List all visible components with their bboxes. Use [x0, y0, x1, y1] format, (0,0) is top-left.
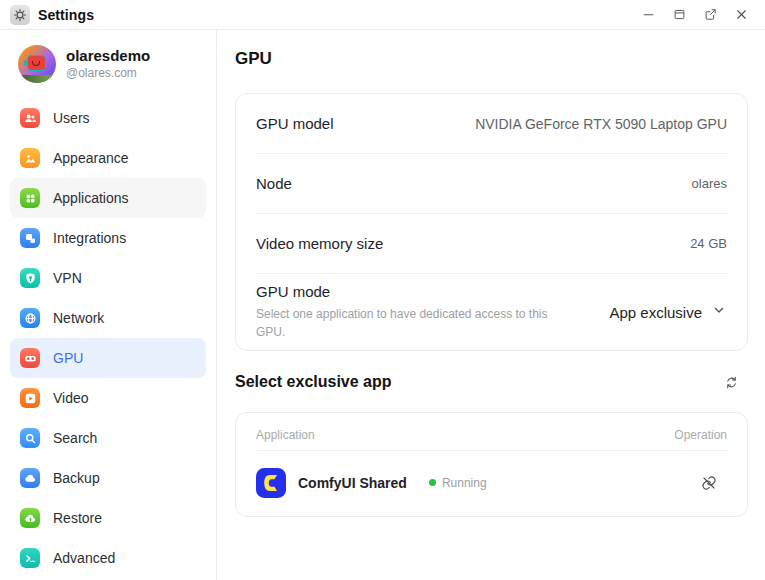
sidebar-item-label: VPN — [53, 270, 82, 286]
sidebar-item-network[interactable]: Network — [10, 298, 206, 338]
gpu-model-label: GPU model — [256, 115, 334, 132]
gpu-mode-selected-value: App exclusive — [609, 304, 702, 321]
status-badge: Running — [429, 476, 487, 490]
comfyui-app-icon — [256, 468, 286, 498]
search-section-icon — [20, 428, 40, 448]
close-button[interactable] — [729, 3, 753, 27]
sidebar-item-backup[interactable]: Backup — [10, 458, 206, 498]
table-header: Application Operation — [236, 413, 747, 450]
advanced-terminal-icon — [20, 548, 40, 568]
sidebar-item-label: Applications — [53, 190, 129, 206]
sidebar-item-applications[interactable]: Applications — [10, 178, 206, 218]
profile-name: olaresdemo — [66, 47, 150, 66]
integrations-icon — [20, 228, 40, 248]
sidebar: olaresdemo @olares.com Users Appearance … — [0, 30, 217, 580]
sidebar-item-vpn[interactable]: VPN — [10, 258, 206, 298]
network-icon — [20, 308, 40, 328]
applications-icon — [20, 188, 40, 208]
minimize-button[interactable] — [636, 3, 660, 27]
user-avatar — [18, 45, 56, 83]
profile-card[interactable]: olaresdemo @olares.com — [10, 44, 206, 84]
open-in-new-button[interactable] — [698, 3, 722, 27]
sidebar-item-advanced[interactable]: Advanced — [10, 538, 206, 578]
gpu-mode-description: Select one application to have dedicated… — [256, 305, 558, 341]
exclusive-app-table: Application Operation ComfyUI Shared Run… — [235, 412, 748, 517]
video-icon — [20, 388, 40, 408]
sidebar-item-label: Video — [53, 390, 89, 406]
operation-column-header: Operation — [674, 428, 727, 442]
sidebar-item-label: Restore — [53, 510, 102, 526]
sidebar-item-gpu[interactable]: GPU — [10, 338, 206, 378]
gpu-mode-select[interactable]: App exclusive — [609, 302, 727, 322]
refresh-button[interactable] — [718, 369, 744, 395]
unbind-button[interactable] — [697, 471, 721, 495]
sidebar-item-label: Search — [53, 430, 97, 446]
sidebar-item-label: Network — [53, 310, 104, 326]
profile-handle: @olares.com — [66, 66, 150, 81]
settings-gear-icon — [10, 5, 30, 25]
sidebar-item-search[interactable]: Search — [10, 418, 206, 458]
gpu-mode-label: GPU mode — [256, 283, 558, 300]
sidebar-item-appearance[interactable]: Appearance — [10, 138, 206, 178]
gpu-icon — [20, 348, 40, 368]
titlebar: Settings — [0, 0, 765, 30]
node-row: Node olares — [236, 154, 747, 213]
restore-icon — [20, 508, 40, 528]
window-title: Settings — [38, 7, 94, 23]
node-label: Node — [256, 175, 292, 192]
video-memory-label: Video memory size — [256, 235, 383, 252]
gpu-model-value: NVIDIA GeForce RTX 5090 Laptop GPU — [475, 116, 727, 132]
settings-window: Settings olaresdemo @olares.com — [0, 0, 765, 580]
video-memory-row: Video memory size 24 GB — [236, 214, 747, 273]
sidebar-item-label: Backup — [53, 470, 100, 486]
running-dot-icon — [429, 479, 436, 486]
sidebar-item-label: Integrations — [53, 230, 126, 246]
backup-icon — [20, 468, 40, 488]
maximize-button[interactable] — [667, 3, 691, 27]
video-memory-value: 24 GB — [690, 236, 727, 251]
appearance-icon — [20, 148, 40, 168]
page-title: GPU — [235, 47, 748, 71]
sidebar-item-label: GPU — [53, 350, 83, 366]
node-value: olares — [692, 176, 727, 191]
users-icon — [20, 108, 40, 128]
table-row: ComfyUI Shared Running — [236, 451, 747, 514]
sidebar-item-restore[interactable]: Restore — [10, 498, 206, 538]
sidebar-item-users[interactable]: Users — [10, 98, 206, 138]
main-content: GPU GPU model NVIDIA GeForce RTX 5090 La… — [217, 30, 765, 580]
sidebar-item-video[interactable]: Video — [10, 378, 206, 418]
app-name: ComfyUI Shared — [298, 475, 407, 491]
sidebar-item-label: Appearance — [53, 150, 129, 166]
gpu-model-row: GPU model NVIDIA GeForce RTX 5090 Laptop… — [236, 94, 747, 153]
sidebar-item-integrations[interactable]: Integrations — [10, 218, 206, 258]
vpn-icon — [20, 268, 40, 288]
sidebar-item-label: Users — [53, 110, 90, 126]
gpu-info-card: GPU model NVIDIA GeForce RTX 5090 Laptop… — [235, 93, 748, 351]
exclusive-app-section-title: Select exclusive app — [235, 373, 392, 391]
gpu-mode-row: GPU mode Select one application to have … — [236, 274, 747, 350]
status-text: Running — [442, 476, 487, 490]
chevron-down-icon — [711, 302, 727, 322]
sidebar-item-label: Advanced — [53, 550, 115, 566]
application-column-header: Application — [256, 428, 315, 442]
